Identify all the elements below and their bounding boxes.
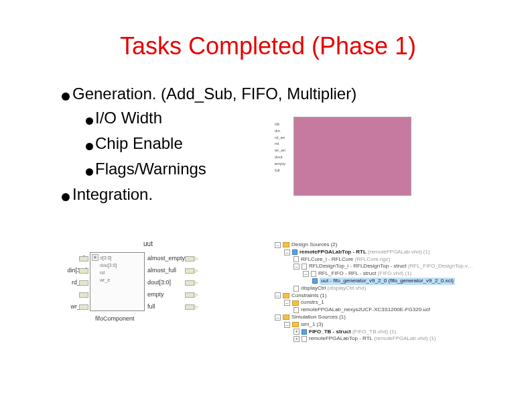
- ip-icon: [312, 278, 318, 284]
- tree-label-detail: (fifo_generator_v9_2_0.xci): [389, 278, 454, 284]
- expand-icon: +: [92, 254, 98, 261]
- tree-collapse-icon: –: [275, 292, 281, 298]
- tree-row: remoteFPGALab_nexys2UCF-XC3S1200E-FG320.…: [269, 306, 511, 314]
- tree-label: remoteFPGALabTop - RTL: [300, 249, 367, 256]
- file-icon: [311, 271, 316, 277]
- bullet-icon: [62, 93, 70, 101]
- bullet-icon: [86, 168, 93, 176]
- slide-title: Tasks Completed (Phase 1): [80, 32, 456, 60]
- tree-row: displayCtrl (displayCtrl.vhd): [269, 285, 511, 292]
- tree-label-detail: (FIFO_TB.vhd) (1): [352, 329, 396, 336]
- schematic-top-label: uut: [58, 240, 239, 247]
- tree-collapse-icon: –: [284, 322, 290, 328]
- output-pin: almost_empty: [147, 255, 214, 262]
- tree-collapse-icon: –: [275, 315, 281, 321]
- tree-row: –RFLDesignTop_i - RFLDesignTop - struct …: [269, 263, 511, 270]
- output-pin: full: [147, 303, 214, 310]
- tree-label: uut - fifo_generator_v9_2_0: [321, 278, 387, 284]
- block-port: rsl: [90, 268, 144, 275]
- tree-label: RFL_FIFO - RFL - struct: [318, 270, 376, 278]
- tree-label: remoteFPGALab_nexys2UCF-XC3S1200E-FG320.…: [301, 306, 430, 314]
- folder-icon: [283, 315, 289, 320]
- file-icon: [293, 307, 299, 313]
- tree-row: –remoteFPGALabTop - RTL (remoteFPGALab.v…: [269, 249, 511, 256]
- folder-icon: [283, 293, 289, 298]
- tree-collapse-icon: –: [275, 242, 281, 248]
- sources-tree: –Design Sources (2) –remoteFPGALabTop - …: [269, 241, 511, 335]
- tree-label-detail: (displayCtrl.vhd): [328, 285, 367, 292]
- tree-row-selected: uut - fifo_generator_v9_2_0 (fifo_genera…: [269, 278, 511, 285]
- tree-expand-icon: +: [293, 336, 300, 342]
- file-icon: [302, 264, 307, 270]
- tree-label: displayCtrl: [301, 285, 326, 292]
- folder-icon: [283, 242, 289, 247]
- tree-label: RFLCore_i - RFLCore: [301, 256, 353, 264]
- bullet-icon: [86, 143, 93, 150]
- tree-expand-icon: +: [293, 329, 300, 335]
- tree-collapse-icon: –: [303, 271, 309, 277]
- bullet-text: I/O Width: [95, 109, 162, 127]
- bullet-generation: Generation. (Add_Sub, FIFO, Multiplier): [62, 84, 532, 103]
- tree-label-detail: (RFL_FIFO_DesignTop.v…: [408, 263, 473, 270]
- tree-row: –RFL_FIFO - RFL - struct (FIFO.vhd) (1): [269, 270, 511, 278]
- bullet-text: Chip Enable: [95, 134, 183, 153]
- output-pin: almost_full: [147, 267, 214, 274]
- tree-row: +remoteFPGALabTop - RTL (remoteFPGALab.v…: [269, 335, 511, 343]
- folder-icon: [292, 322, 299, 327]
- file-icon: [293, 286, 299, 292]
- schematic-diagram: uut + d[3:0] dou[3:0] rsl wr_e clk din[3…: [31, 240, 239, 327]
- tree-label: remoteFPGALabTop - RTL: [309, 335, 373, 343]
- module-icon: [292, 249, 297, 255]
- block-port: d[3:0]: [90, 253, 144, 260]
- file-icon: [293, 256, 299, 262]
- bullet-text: Generation. (Add_Sub, FIFO, Multiplier): [72, 84, 356, 103]
- block-port: dou[3:0]: [90, 260, 144, 268]
- tree-label-detail: (remoteFPGALab.vhd) (1): [368, 249, 429, 256]
- tree-row: –sim_1 (3): [269, 321, 511, 329]
- output-pin: dout[3:0]: [147, 279, 214, 286]
- tree-label-detail: (remoteFPGALab.vhd) (1): [374, 335, 436, 343]
- tree-row: –constrs_1: [269, 299, 511, 306]
- module-icon: [302, 329, 307, 335]
- folder-icon: [292, 300, 299, 306]
- tree-row: –Simulation Sources (1): [269, 314, 511, 321]
- bullet-icon: [62, 193, 70, 201]
- tree-row: RFLCore_i - RFLCore (RFLCore.ngc): [269, 256, 511, 264]
- file-icon: [302, 336, 307, 342]
- tree-label-detail: (FIFO.vhd) (1): [378, 270, 412, 278]
- tree-label-detail: (RFLCore.ngc): [354, 256, 390, 264]
- tree-label: Design Sources (2): [291, 241, 337, 249]
- tree-collapse-icon: –: [293, 264, 300, 270]
- tree-row: –Constraints (1): [269, 292, 511, 300]
- output-pin: empty: [147, 291, 214, 298]
- tree-label: RFLDesignTop_i - RFLDesignTop - struct: [309, 263, 407, 270]
- tree-collapse-icon: –: [284, 249, 290, 255]
- property-panel-graphic: clkdinrd_enrstwr_en doutemptyfull: [273, 115, 415, 220]
- tree-label: Simulation Sources (1): [291, 314, 346, 321]
- schematic-block: + d[3:0] dou[3:0] rsl wr_e: [90, 252, 145, 311]
- tree-row: +FIFO_TB - struct (FIFO_TB.vhd) (1): [269, 329, 511, 336]
- schematic-bottom-label: fifoComponent: [95, 315, 135, 322]
- bullet-text: Integration.: [72, 185, 153, 204]
- block-port: wr_e: [90, 275, 144, 282]
- tree-label: FIFO_TB - struct: [309, 329, 351, 336]
- tree-row: –Design Sources (2): [269, 241, 511, 249]
- bullet-text: Flags/Warnings: [95, 160, 206, 178]
- tree-collapse-icon: –: [284, 300, 290, 306]
- tree-label: sim_1 (3): [301, 321, 323, 329]
- tree-label: constrs_1: [301, 299, 324, 306]
- bullet-icon: [86, 117, 93, 125]
- tree-label: Constraints (1): [291, 292, 326, 300]
